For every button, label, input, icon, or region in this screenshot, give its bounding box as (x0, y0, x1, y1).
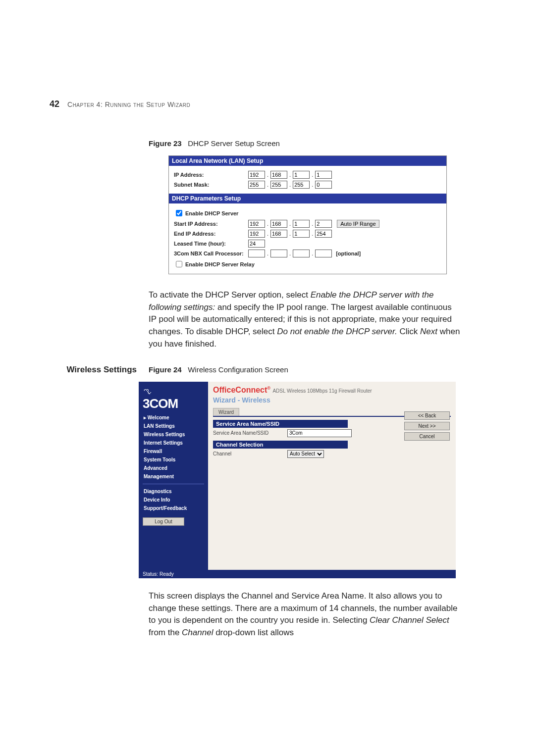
nav-internet-settings[interactable]: Internet Settings (143, 439, 204, 447)
figure24-screenshot: ೡ 3COM Welcome LAN Settings Wireless Set… (139, 382, 456, 578)
end-ip-2[interactable] (270, 230, 287, 238)
auto-ip-range-button[interactable]: Auto IP Range (337, 220, 379, 228)
nav-lan-settings[interactable]: LAN Settings (143, 422, 204, 430)
ip-octet-2[interactable] (270, 171, 287, 179)
cancel-button[interactable]: Cancel (404, 432, 450, 441)
figure23-screenshot: Local Area Network (LAN) Setup IP Addres… (168, 155, 447, 274)
main-panel: OfficeConnect® ADSL Wireless 108Mbps 11g… (208, 382, 456, 570)
channel-select[interactable]: Auto Select (287, 450, 324, 458)
enable-dhcp-checkbox[interactable] (176, 210, 182, 216)
lan-setup-title: Local Area Network (LAN) Setup (169, 156, 446, 166)
nav-firewall[interactable]: Firewall (143, 447, 204, 455)
figure23-text: DHCP Server Setup Screen (188, 139, 280, 148)
brand-title: OfficeConnect® ADSL Wireless 108Mbps 11g… (213, 386, 451, 395)
nbx-ip-2[interactable] (270, 250, 287, 257)
ssid-heading: Service Area Name/SSID (213, 420, 348, 428)
start-ip-4[interactable] (315, 220, 332, 228)
leased-time-input[interactable] (248, 240, 265, 248)
nav-wireless-settings[interactable]: Wireless Settings (143, 430, 204, 439)
leased-time-label: Leased Time (hour): (174, 241, 248, 247)
figure24-text: Wireless Configuration Screen (188, 365, 288, 374)
figure23-caption: Figure 23 DHCP Server Setup Screen (149, 139, 461, 148)
back-button[interactable]: << Back (404, 411, 450, 420)
nbx-ip-1[interactable] (248, 250, 265, 257)
nav-separator (143, 484, 204, 484)
optional-text: [optional] (336, 251, 361, 256)
nbx-ip-3[interactable] (293, 250, 310, 257)
ip-address-label: IP Address: (174, 172, 248, 178)
ssid-input[interactable] (287, 429, 352, 437)
end-ip-label: End IP Address: (174, 231, 248, 237)
end-ip-1[interactable] (248, 230, 265, 238)
enable-relay-label: Enable DHCP Server Relay (185, 261, 255, 267)
section-wireless-settings: Wireless Settings (50, 365, 149, 375)
ip-octet-4[interactable] (315, 171, 332, 179)
sidebar: ೡ 3COM Welcome LAN Settings Wireless Set… (139, 382, 208, 570)
page-number: 42 (50, 99, 59, 109)
nav-diagnostics[interactable]: Diagnostics (143, 487, 204, 496)
subnet-octet-4[interactable] (315, 181, 332, 189)
subnet-octet-2[interactable] (270, 181, 287, 189)
channel-label: Channel (213, 451, 287, 456)
nav-system-tools[interactable]: System Tools (143, 455, 204, 464)
channel-heading: Channel Selection (213, 441, 348, 449)
ip-octet-3[interactable] (293, 171, 310, 179)
end-ip-3[interactable] (293, 230, 310, 238)
next-button[interactable]: Next >> (404, 422, 450, 430)
subnet-label: Subnet Mask: (174, 182, 248, 188)
start-ip-label: Start IP Address: (174, 221, 248, 227)
nav-device-info[interactable]: Device Info (143, 496, 204, 504)
ip-octet-1[interactable] (248, 171, 265, 179)
nbx-label: 3Com NBX Call Processor: (174, 251, 248, 256)
figure24-label: Figure 24 (149, 365, 182, 374)
enable-relay-checkbox[interactable] (176, 261, 182, 267)
nav-support-feedback[interactable]: Support/Feedback (143, 504, 204, 512)
end-ip-4[interactable] (315, 230, 332, 238)
nav-advanced[interactable]: Advanced (143, 464, 204, 472)
nav-welcome[interactable]: Welcome (143, 413, 204, 422)
page-header: 42 Chapter 4: Running the Setup Wizard (50, 99, 461, 109)
start-ip-3[interactable] (293, 220, 310, 228)
paragraph-wireless: This screen displays the Channel and Ser… (149, 590, 461, 639)
nbx-ip-4[interactable] (315, 250, 332, 257)
chapter-title: Chapter 4: Running the Setup Wizard (67, 101, 190, 108)
subnet-octet-1[interactable] (248, 181, 265, 189)
start-ip-2[interactable] (270, 220, 287, 228)
subnet-octet-3[interactable] (293, 181, 310, 189)
status-bar: Status: Ready (139, 570, 456, 578)
figure24-caption: Figure 24 Wireless Configuration Screen (149, 365, 288, 374)
ssid-label: Service Area Name/SSID (213, 430, 287, 436)
nav-management[interactable]: Management (143, 472, 204, 481)
enable-dhcp-label: Enable DHCP Server (185, 210, 238, 216)
logout-button[interactable]: Log Out (143, 517, 184, 526)
dhcp-title: DHCP Parameters Setup (169, 194, 446, 203)
figure23-label: Figure 23 (149, 139, 182, 148)
start-ip-1[interactable] (248, 220, 265, 228)
paragraph-dhcp: To activate the DHCP Server option, sele… (149, 289, 461, 350)
wizard-subtitle: Wizard - Wireless (213, 396, 451, 404)
tab-wizard[interactable]: Wizard (213, 408, 239, 416)
logo-text: 3COM (143, 396, 204, 411)
